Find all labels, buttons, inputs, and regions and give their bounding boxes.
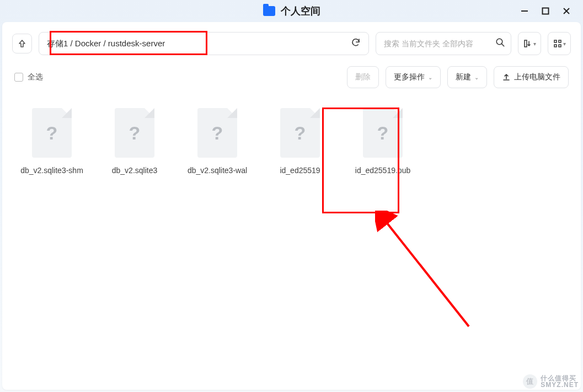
upload-button[interactable]: 上传电脑文件	[494, 66, 569, 88]
window-title: 个人空间	[281, 4, 320, 18]
new-button[interactable]: 新建 ⌄	[447, 66, 487, 88]
title-bar: 个人空间	[0, 0, 583, 22]
path-input[interactable]	[47, 39, 349, 49]
file-thumbnail: ?	[280, 108, 320, 158]
watermark: 值 什么值得买 SMYZ.NET	[523, 374, 579, 389]
file-grid: ? db_v2.sqlite3-shm ? db_v2.sqlite3 ? db…	[12, 108, 571, 176]
select-all-checkbox[interactable]: 全选	[14, 72, 43, 82]
action-row: 全选 删除 更多操作 ⌄ 新建 ⌄ 上传电脑文件	[12, 66, 571, 88]
file-thumbnail: ?	[32, 108, 72, 158]
file-thumbnail: ?	[197, 108, 237, 158]
search-icon[interactable]	[495, 37, 505, 50]
unknown-file-icon: ?	[212, 122, 223, 144]
chevron-down-icon: ⌄	[474, 74, 479, 80]
minimize-button[interactable]	[519, 6, 530, 17]
unknown-file-icon: ?	[377, 122, 389, 144]
file-item[interactable]: ? db_v2.sqlite3	[98, 108, 171, 176]
unknown-file-icon: ?	[129, 122, 141, 144]
svg-rect-7	[554, 40, 557, 42]
unknown-file-icon: ?	[46, 122, 58, 144]
refresh-icon[interactable]	[349, 35, 363, 52]
delete-button: 删除	[347, 66, 379, 88]
file-item[interactable]: ? id_ed25519	[264, 108, 336, 176]
more-operations-button[interactable]: 更多操作 ⌄	[386, 66, 441, 88]
svg-line-5	[501, 44, 504, 46]
file-thumbnail: ?	[115, 108, 154, 158]
file-name: id_ed25519.pub	[355, 165, 410, 176]
file-item[interactable]: ? db_v2.sqlite3-shm	[15, 108, 88, 176]
unknown-file-icon: ?	[295, 122, 306, 144]
close-button[interactable]	[561, 6, 572, 17]
file-item[interactable]: ? db_v2.sqlite3-wal	[181, 108, 254, 176]
search-box[interactable]	[376, 32, 511, 55]
file-name: db_v2.sqlite3-shm	[20, 165, 83, 176]
chevron-down-icon: ⌄	[428, 74, 432, 80]
svg-rect-1	[543, 8, 549, 14]
file-name: id_ed25519	[280, 165, 320, 176]
folder-icon	[263, 6, 275, 16]
path-box[interactable]	[39, 32, 369, 55]
file-item[interactable]: ? id_ed25519.pub	[346, 108, 419, 176]
view-button[interactable]: ▾	[548, 32, 571, 55]
svg-rect-9	[554, 45, 557, 47]
select-all-label: 全选	[28, 72, 43, 82]
upload-icon	[502, 73, 511, 82]
sort-button[interactable]: ▾	[518, 32, 541, 55]
toolbar: ▾ ▾	[12, 32, 571, 55]
checkbox-icon	[14, 73, 23, 82]
svg-rect-6	[525, 40, 527, 47]
watermark-badge: 值	[523, 374, 537, 389]
file-name: db_v2.sqlite3	[112, 165, 158, 176]
file-name: db_v2.sqlite3-wal	[188, 165, 247, 176]
svg-rect-10	[559, 45, 561, 47]
maximize-button[interactable]	[540, 6, 551, 17]
file-thumbnail: ?	[363, 108, 403, 158]
up-button[interactable]	[12, 34, 32, 53]
svg-rect-8	[559, 40, 561, 42]
main-panel: ▾ ▾ 全选 删除 更多操作 ⌄ 新建 ⌄	[2, 22, 581, 390]
search-input[interactable]	[384, 39, 495, 48]
